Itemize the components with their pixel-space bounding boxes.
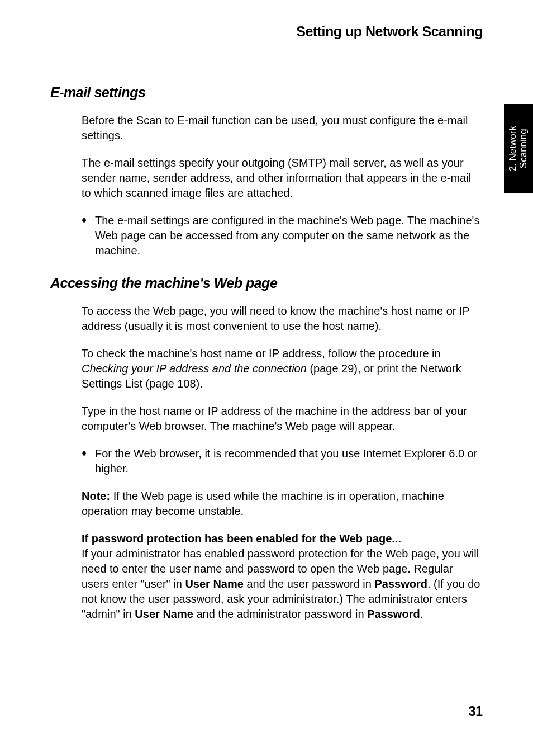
page-content: Setting up Network Scanning E-mail setti… [0,0,533,622]
note-label: Note: [82,490,110,502]
paragraph: The e-mail settings specify your outgoin… [82,155,483,201]
bullet-text: For the Web browser, it is recommended t… [95,446,483,476]
bullet-item: ♦ The e-mail settings are configured in … [82,213,483,258]
password-heading: If password protection has been enabled … [82,532,401,545]
bullet-text: The e-mail settings are configured in th… [95,213,483,258]
note-paragraph: Note: If the Web page is used while the … [82,489,483,519]
paragraph: To access the Web page, you will need to… [82,304,483,334]
diamond-bullet-icon: ♦ [82,213,95,258]
heading-accessing-web-page: Accessing the machine's Web page [50,275,483,291]
password-paragraph: If password protection has been enabled … [82,531,483,622]
paragraph: To check the machine's host name or IP a… [82,346,483,391]
page-header: Setting up Network Scanning [50,23,483,40]
page-number: 31 [468,704,483,719]
diamond-bullet-icon: ♦ [82,446,95,476]
reference-italic: Checking your IP address and the connect… [82,362,307,375]
paragraph: Type in the host name or IP address of t… [82,404,483,434]
bullet-item: ♦ For the Web browser, it is recommended… [82,446,483,476]
heading-email-settings: E-mail settings [50,84,483,101]
paragraph: Before the Scan to E-mail function can b… [82,113,483,143]
